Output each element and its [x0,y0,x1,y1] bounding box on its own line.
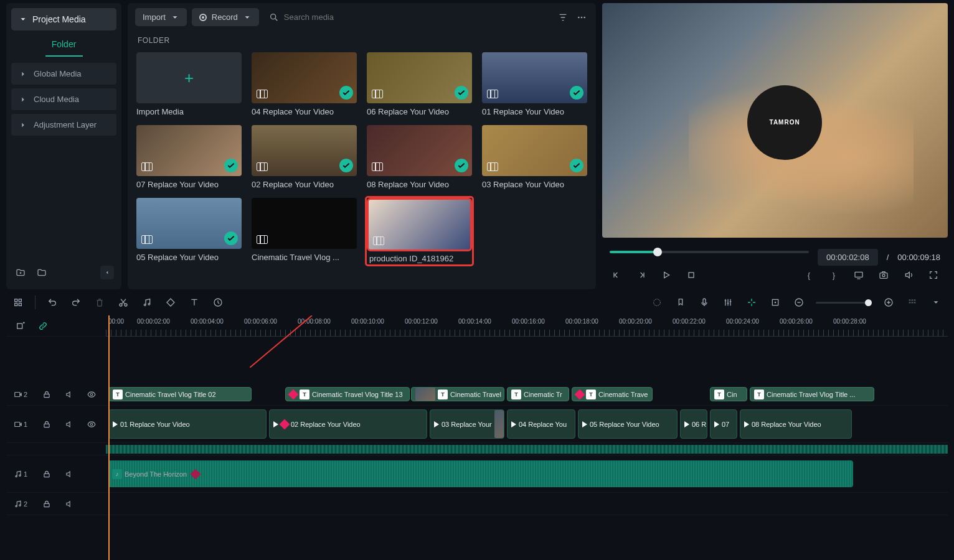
video-clip[interactable]: 06 R [680,409,707,439]
step-back-icon[interactable] [610,268,623,282]
media-label: 03 Replace Your Video [482,180,587,189]
import-dropdown[interactable]: Import [135,8,187,26]
mic-icon[interactable] [697,296,711,309]
grid-icon[interactable] [11,296,25,309]
folder-tab[interactable]: Folder [45,30,83,57]
video-clip[interactable]: 07 [710,409,737,439]
media-item[interactable]: 02 Replace Your Video [252,125,357,189]
playhead[interactable] [108,315,110,560]
mute-icon[interactable] [62,467,76,481]
redo-icon[interactable] [69,296,83,309]
fullscreen-icon[interactable] [927,268,940,282]
mute-icon[interactable] [62,418,76,431]
title-clip[interactable]: TCinematic Trave [572,387,653,401]
speed-icon[interactable] [211,296,225,309]
record-label: Record [212,12,238,22]
track-row-video[interactable]: 01 Replace Your Video02 Replace Your Vid… [106,406,948,443]
title-clip[interactable]: TCinematic Travel Vlog Title 13 [285,387,410,401]
video-clip[interactable]: 04 Replace You [507,409,575,439]
track-header-v1[interactable]: 1 [6,406,106,443]
media-item[interactable]: 03 Replace Your Video [482,125,587,189]
track-header-a2[interactable]: 2 [6,493,106,515]
display-icon[interactable] [852,268,866,282]
project-media-dropdown[interactable]: Project Media [11,8,116,30]
preview-scrubber[interactable] [610,251,809,253]
eye-icon[interactable] [85,418,98,431]
render-icon[interactable] [650,296,664,309]
media-item[interactable]: 08 Replace Your Video [367,125,472,189]
crop-icon[interactable] [768,296,782,309]
mixer-icon[interactable] [721,296,735,309]
timeline-ruler[interactable]: 00:00 00:00:02:0000:00:04:0000:00:06:000… [106,315,948,337]
preview-video[interactable]: TAMRON [602,3,948,238]
snapshot-icon[interactable] [877,268,890,282]
scrubber-handle[interactable] [653,248,662,256]
volume-icon[interactable] [902,268,915,282]
mute-icon[interactable] [62,388,76,401]
stop-icon[interactable] [684,268,698,282]
view-mode-icon[interactable] [905,296,919,309]
media-item[interactable]: 06 Replace Your Video [367,52,472,116]
mark-in-icon[interactable]: { [802,268,816,282]
eye-icon[interactable] [85,388,98,401]
media-item[interactable]: Cinematic Travel Vlog ... [252,198,357,264]
delete-icon[interactable] [93,296,106,309]
mark-out-icon[interactable]: } [827,268,841,282]
media-item[interactable]: production ID_4181962 [367,198,472,264]
settings-dropdown-icon[interactable] [929,296,943,309]
mute-icon[interactable] [62,497,76,511]
video-clip[interactable]: 05 Replace Your Video [578,409,678,439]
record-dropdown[interactable]: Record [192,8,259,26]
tag-icon[interactable] [164,296,177,309]
title-clip[interactable]: TCinematic Travel ... [411,387,504,401]
title-clip[interactable]: TCin [710,387,747,401]
tracks-area[interactable]: 00:00 00:00:02:0000:00:04:0000:00:06:000… [106,315,948,560]
media-item[interactable]: 05 Replace Your Video [136,198,242,264]
undo-icon[interactable] [45,296,59,309]
track-row-audio[interactable]: ♪Beyond The Horizon [106,455,948,493]
svg-point-7 [882,274,885,277]
add-track-icon[interactable] [14,319,27,333]
new-folder-icon[interactable] [14,266,27,279]
video-clip[interactable]: 03 Replace Your [430,409,504,439]
track-row-a2[interactable] [106,493,948,515]
filter-icon[interactable] [556,11,570,24]
video-clip[interactable]: 01 Replace Your Video [108,409,267,439]
cut-icon[interactable] [116,296,130,309]
media-item[interactable]: 01 Replace Your Video [482,52,587,116]
folder-icon[interactable] [35,266,49,279]
track-row-titles[interactable]: TCinematic Travel Vlog Title 02TCinemati… [106,383,948,406]
zoom-in-icon[interactable] [882,296,895,309]
sidebar-item-adjustment-layer[interactable]: Adjustment Layer [11,114,116,136]
marker-icon[interactable] [674,296,687,309]
sidebar-item-cloud-media[interactable]: Cloud Media [11,88,116,110]
lock-icon[interactable] [40,497,54,511]
lock-icon[interactable] [40,388,54,401]
title-clip[interactable]: TCinematic Travel Vlog Title 02 [108,387,252,401]
more-icon[interactable] [575,11,588,24]
media-item[interactable]: 04 Replace Your Video [252,52,357,116]
media-item[interactable]: 07 Replace Your Video [136,125,242,189]
track-header-a1[interactable]: 1 [6,455,106,493]
collapse-sidebar-icon[interactable] [100,266,114,279]
title-clip[interactable]: TCinematic Tr [507,387,569,401]
lock-icon[interactable] [40,418,54,431]
zoom-slider[interactable] [816,302,872,304]
title-clip[interactable]: TCinematic Travel Vlog Title ... [750,387,874,401]
music-icon[interactable] [140,296,154,309]
play-icon[interactable] [659,268,673,282]
track-header-v2[interactable]: 2 [6,383,106,406]
search-input[interactable] [284,12,546,22]
video-clip[interactable]: 02 Replace Your Video [269,409,427,439]
text-icon[interactable] [187,296,201,309]
link-icon[interactable] [36,319,50,333]
import-media-tile[interactable]: +Import Media [136,52,242,116]
step-forward-icon[interactable] [635,268,648,282]
snap-icon[interactable] [745,296,758,309]
video-clip[interactable]: 08 Replace Your Video [740,409,852,439]
audio-clip[interactable]: ♪Beyond The Horizon [108,460,853,487]
zoom-out-icon[interactable] [792,296,806,309]
sidebar-item-global-media[interactable]: Global Media [11,63,116,85]
lock-icon[interactable] [40,467,54,481]
film-icon [257,90,268,98]
